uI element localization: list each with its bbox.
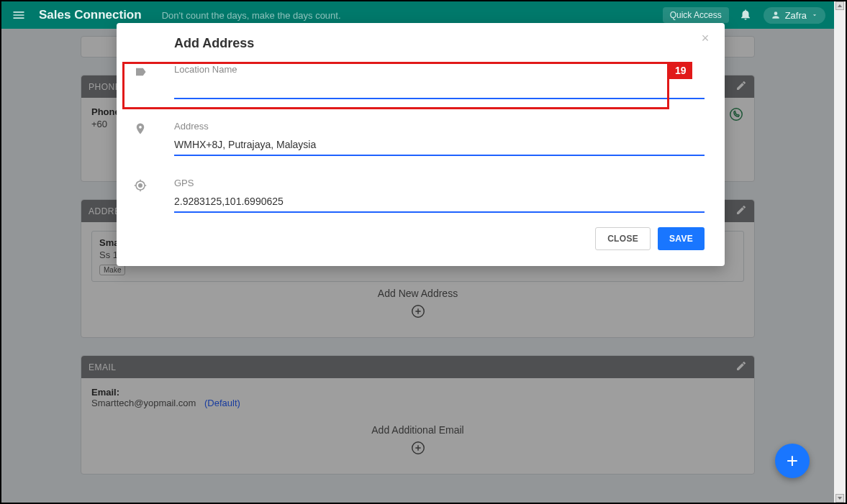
chevron-down-icon — [811, 12, 818, 19]
modal-actions: CLOSE SAVE — [132, 227, 705, 250]
close-icon[interactable]: × — [699, 32, 712, 45]
fab-add-button[interactable]: + — [775, 444, 810, 478]
quote-text: Don't count the days, make the days coun… — [162, 10, 663, 21]
close-button[interactable]: CLOSE — [595, 227, 651, 250]
address-label: Address — [174, 121, 705, 132]
save-button[interactable]: SAVE — [658, 227, 705, 250]
location-name-label: Location Name — [174, 64, 705, 75]
brand-title: Sales Connection — [39, 8, 142, 22]
scroll-up-icon[interactable] — [835, 1, 844, 10]
menu-icon[interactable] — [10, 6, 27, 24]
gps-icon — [132, 178, 161, 192]
add-address-modal: × Add Address Location Name Address — [117, 23, 725, 266]
scroll-down-icon[interactable] — [835, 494, 844, 503]
location-name-input[interactable] — [174, 78, 705, 99]
location-name-row: Location Name — [132, 61, 705, 99]
modal-title: Add Address — [174, 36, 705, 51]
gps-label: GPS — [174, 178, 705, 188]
user-menu[interactable]: Zafra — [764, 7, 825, 24]
gps-input[interactable] — [174, 191, 705, 213]
scrollbar[interactable] — [834, 1, 846, 503]
bell-icon[interactable] — [739, 8, 753, 22]
quick-access-button[interactable]: Quick Access — [663, 7, 729, 23]
gps-row: GPS — [132, 175, 705, 213]
user-name: Zafra — [785, 10, 807, 21]
address-row: Address — [132, 118, 705, 156]
address-input[interactable] — [174, 134, 705, 156]
pin-icon — [132, 121, 161, 135]
avatar-icon — [771, 10, 781, 20]
label-icon — [132, 64, 161, 78]
